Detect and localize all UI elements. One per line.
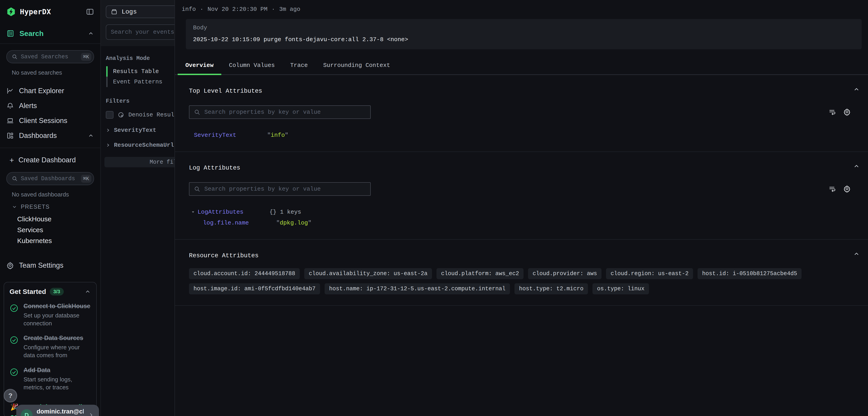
get-started-item-subtitle: Configure where your data comes from	[24, 344, 91, 359]
preset-label: Kubernetes	[17, 237, 52, 245]
tab-trace[interactable]: Trace	[283, 57, 315, 75]
resource-attribute-chip[interactable]: cloud.platform: aws_ec2	[436, 268, 524, 279]
denoise-checkbox[interactable]	[106, 111, 114, 119]
search-reader-icon	[6, 29, 14, 37]
logs-source-icon	[111, 8, 118, 15]
section-settings-gear-icon[interactable]	[843, 185, 851, 192]
severity-badge: info	[182, 6, 196, 13]
create-dashboard-button[interactable]: + Create Dashboard	[6, 153, 94, 168]
sidebar-item-dashboards[interactable]: Dashboards	[6, 128, 94, 143]
filter-group-severitytext[interactable]: SeverityText	[101, 125, 175, 136]
resource-attribute-chip[interactable]: cloud.availability_zone: us-east-2a	[304, 268, 432, 279]
property-search-input[interactable]: Search properties by key or value	[189, 182, 371, 196]
body-label: Body	[193, 24, 855, 31]
section-title: Top Level Attributes	[189, 88, 868, 94]
wrap-lines-icon[interactable]	[828, 185, 836, 192]
tab-column-values[interactable]: Column Values	[221, 57, 283, 75]
separator-dot: ·	[200, 6, 204, 13]
preset-label: Services	[17, 226, 43, 234]
tab-overview[interactable]: Overview	[178, 57, 221, 75]
help-button[interactable]: ?	[4, 389, 17, 403]
denoise-label: Denoise Results	[128, 112, 175, 118]
get-started-item-subtitle: Set up your database connection	[24, 311, 91, 327]
active-indicator	[106, 66, 107, 77]
user-menu[interactable]: D dominic.tran@clic... dominic.tran@clic…	[16, 405, 99, 416]
preset-label: ClickHouse	[17, 215, 52, 223]
analysis-mode-label: Analysis Mode	[106, 55, 175, 62]
chevron-right-icon	[106, 143, 110, 147]
section-collapse-chevron-icon[interactable]	[853, 86, 860, 93]
resource-attribute-chip[interactable]: host.id: i-0510b81275acbe4d5	[698, 268, 802, 279]
more-filters-button[interactable]: More filters	[104, 157, 175, 167]
search-controls: Logs Search your events	[101, 0, 175, 46]
filter-group-resourceschemaurl[interactable]: ResourceSchemaUrl	[101, 140, 175, 151]
nav-item-label: Chart Explorer	[19, 87, 64, 95]
mode-results-table[interactable]: Results Table	[101, 66, 175, 77]
get-started-item-connect[interactable]: Connect to ClickHouse Set up your databa…	[9, 302, 91, 327]
resource-attribute-chip[interactable]: cloud.region: us-east-2	[606, 268, 693, 279]
property-search-input[interactable]: Search properties by key or value	[189, 106, 371, 119]
presets-label: PRESETS	[21, 204, 50, 210]
attribute-value[interactable]: "info"	[267, 132, 288, 139]
section-settings-gear-icon[interactable]	[843, 108, 851, 116]
divider	[0, 148, 100, 148]
shortcut-badge: ⌘K	[81, 53, 91, 61]
tab-surrounding-context[interactable]: Surrounding Context	[315, 57, 398, 75]
check-circle-icon	[9, 367, 19, 377]
section-collapse-chevron-icon[interactable]	[853, 250, 860, 257]
presets-toggle[interactable]: PRESETS	[12, 204, 94, 210]
sidebar-collapse-icon[interactable]	[86, 8, 94, 16]
help-label: ?	[8, 392, 12, 399]
property-search-placeholder: Search properties by key or value	[204, 186, 321, 192]
mode-event-patterns[interactable]: Event Patterns	[101, 77, 175, 87]
gear-icon	[6, 262, 14, 269]
get-started-item-title: Create Data Sources	[24, 334, 91, 342]
get-started-header[interactable]: Get Started 3/3	[9, 288, 91, 296]
resource-attribute-chip[interactable]: cloud.provider: aws	[528, 268, 601, 279]
team-settings-button[interactable]: Team Settings	[6, 258, 94, 273]
preset-item-clickhouse[interactable]: ClickHouse	[6, 214, 94, 225]
attribute-key[interactable]: SeverityText	[194, 132, 267, 139]
resource-attribute-chip[interactable]: host.type: t2.micro	[515, 283, 588, 294]
preset-item-kubernetes[interactable]: Kubernetes	[6, 235, 94, 246]
search-icon	[194, 109, 200, 115]
section-title: Log Attributes	[189, 165, 868, 171]
source-selector-button[interactable]: Logs	[106, 5, 175, 18]
section-collapse-chevron-icon[interactable]	[853, 163, 860, 170]
get-started-item-sources[interactable]: Create Data Sources Configure where your…	[9, 334, 91, 359]
event-timestamp: Nov 20 2:20:30 PM	[208, 6, 268, 13]
no-saved-dashboards-note: No saved dashboards	[12, 191, 94, 198]
sidebar-item-chart-explorer[interactable]: Chart Explorer	[6, 83, 94, 98]
wrap-lines-icon[interactable]	[828, 108, 836, 116]
get-started-item-title: Connect to ClickHouse	[24, 302, 91, 310]
property-search-placeholder: Search properties by key or value	[204, 109, 321, 116]
saved-dashboards-input[interactable]: Saved Dashboards ⌘K	[6, 172, 94, 185]
sidebar-item-search[interactable]: Search	[0, 24, 100, 44]
user-name: dominic.tran@clic...	[37, 408, 84, 415]
saved-searches-input[interactable]: Saved Searches ⌘K	[6, 50, 94, 63]
event-search-input[interactable]: Search your events	[106, 24, 175, 40]
resource-attribute-chip[interactable]: host.name: ip-172-31-12-5.us-east-2.comp…	[324, 283, 510, 294]
sidebar-item-alerts[interactable]: Alerts	[6, 98, 94, 113]
preset-item-services[interactable]: Services	[6, 225, 94, 235]
top-level-attributes-section: Top Level Attributes Search properties b…	[175, 75, 868, 152]
attribute-key[interactable]: LogAttributes	[197, 209, 270, 215]
attribute-key[interactable]: log.file.name	[203, 219, 276, 226]
caret-down-icon[interactable]	[191, 210, 195, 214]
sidebar-item-client-sessions[interactable]: Client Sessions	[6, 113, 94, 128]
attribute-meta: {} 1 keys	[270, 209, 301, 215]
bell-icon	[6, 102, 14, 110]
source-label: Logs	[122, 8, 137, 16]
get-started-item-add-data[interactable]: Add Data Start sending logs, metrics, or…	[9, 366, 91, 391]
body-card: Body 2025-10-22 10:15:09 purge fonts-dej…	[186, 19, 862, 49]
saved-dashboards-placeholder: Saved Dashboards	[21, 175, 78, 182]
attribute-value[interactable]: "dpkg.log"	[276, 219, 311, 226]
laptop-icon	[6, 117, 14, 125]
resource-attribute-chip[interactable]: os.type: linux	[592, 283, 649, 294]
get-started-item-subtitle: Start sending logs, metrics, or traces	[24, 376, 91, 391]
resource-attribute-chip[interactable]: cloud.account.id: 244449518788	[189, 268, 300, 279]
no-saved-searches-note: No saved searches	[12, 69, 94, 76]
get-started-title: Get Started	[9, 288, 46, 296]
search-icon	[12, 54, 18, 60]
resource-attribute-chip[interactable]: host.image.id: ami-0f5fcdfbd140e4ab7	[189, 283, 320, 294]
